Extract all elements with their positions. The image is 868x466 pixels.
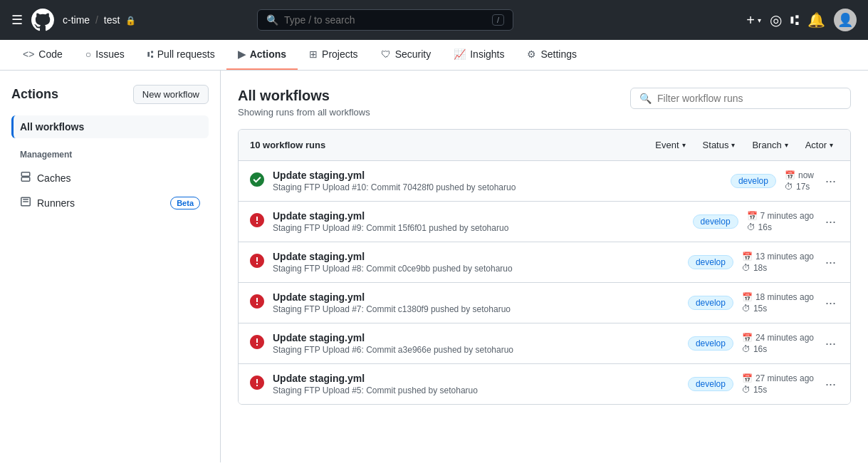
search-icon: 🔍 (266, 14, 278, 26)
clock-icon: ⏱ (747, 222, 755, 232)
new-workflow-button[interactable]: New workflow (133, 85, 209, 104)
run-menu-button[interactable]: ··· (822, 252, 839, 273)
run-info: Update staging.yml Staging FTP Upload #6… (273, 332, 679, 355)
nav-item-settings[interactable]: ⚙ Settings (516, 40, 588, 70)
search-shortcut-badge: / (492, 14, 504, 26)
table-row[interactable]: Update staging.yml Staging FTP Upload #1… (239, 161, 850, 202)
projects-icon: ⊞ (309, 48, 318, 60)
actor-filter-button[interactable]: Actor ▾ (800, 137, 839, 153)
table-row[interactable]: Update staging.yml Staging FTP Upload #5… (239, 364, 850, 404)
nav-item-issues[interactable]: ○ Issues (74, 40, 136, 70)
run-time: 📅 24 minutes ago ⏱ 16s (742, 333, 814, 354)
run-menu-button[interactable]: ··· (822, 374, 839, 395)
pr-icon: ⑆ (147, 48, 153, 60)
nav-label-projects: Projects (322, 48, 358, 60)
nav-item-actions[interactable]: ▶ Actions (226, 40, 298, 70)
filter-search-icon: 🔍 (639, 93, 652, 104)
run-duration-text: 17s (796, 182, 810, 192)
run-branch-badge[interactable]: develop (693, 214, 738, 229)
run-branch-badge[interactable]: develop (688, 336, 733, 351)
calendar-icon: 📅 (742, 373, 753, 383)
run-info: Update staging.yml Staging FTP Upload #1… (273, 170, 722, 192)
run-menu-button[interactable]: ··· (822, 293, 839, 314)
run-title-link[interactable]: Update staging.yml (273, 251, 365, 262)
table-row[interactable]: Update staging.yml Staging FTP Upload #6… (239, 323, 850, 364)
nav-item-code[interactable]: <> Code (11, 40, 74, 70)
table-row[interactable]: Update staging.yml Staging FTP Upload #7… (239, 283, 850, 323)
status-filter-button[interactable]: Status ▾ (697, 137, 741, 153)
run-menu-button[interactable]: ··· (822, 212, 839, 232)
run-title-link[interactable]: Update staging.yml (273, 373, 365, 384)
nav-label-code: Code (38, 48, 62, 60)
issues-icon: ○ (85, 48, 91, 60)
chevron-down-icon: ▾ (731, 141, 735, 149)
filter-runs-input[interactable] (657, 93, 842, 104)
run-branch-badge[interactable]: develop (688, 296, 733, 310)
sidebar: Actions New workflow All workflows Manag… (0, 71, 221, 462)
run-title-link[interactable]: Update staging.yml (273, 170, 365, 181)
run-title-link[interactable]: Update staging.yml (273, 291, 365, 303)
avatar[interactable]: 👤 (834, 9, 857, 31)
table-row[interactable]: Update staging.yml Staging FTP Upload #8… (239, 242, 850, 283)
run-time-date: 📅 18 minutes ago (742, 292, 814, 302)
copilot-icon: ◎ (770, 11, 782, 29)
run-time-duration: ⏱ 16s (747, 222, 814, 232)
sidebar-item-caches[interactable]: Caches (11, 165, 209, 190)
notifications-button[interactable]: 🔔 (807, 11, 825, 29)
security-icon: 🛡 (381, 48, 391, 60)
run-title-link[interactable]: Update staging.yml (273, 210, 365, 222)
event-filter-button[interactable]: Event ▾ (649, 137, 691, 153)
run-info: Update staging.yml Staging FTP Upload #9… (273, 210, 684, 233)
page-title: All workflows (238, 88, 370, 104)
top-navigation: ☰ c-time / test 🔒 🔍 / + ▾ ◎ ⑆ 🔔 👤 (0, 0, 868, 40)
content-title-block: All workflows Showing runs from all work… (238, 88, 370, 118)
run-menu-button[interactable]: ··· (822, 171, 839, 192)
nav-label-insights: Insights (470, 48, 504, 60)
search-bar[interactable]: 🔍 / (257, 9, 513, 31)
nav-item-projects[interactable]: ⊞ Projects (298, 40, 370, 70)
run-subtitle: Staging FTP Upload #5: Commit pushed by … (273, 385, 679, 395)
run-duration-text: 16s (753, 344, 767, 354)
add-button[interactable]: + ▾ (746, 12, 761, 29)
sidebar-title: Actions (11, 87, 58, 102)
run-duration-text: 18s (753, 263, 767, 273)
copilot-button[interactable]: ◎ (770, 11, 782, 29)
sidebar-item-runners[interactable]: Runners Beta (11, 190, 209, 215)
table-row[interactable]: Update staging.yml Staging FTP Upload #9… (239, 202, 850, 242)
fork-button[interactable]: ⑆ (790, 12, 799, 29)
run-date-text: 13 minutes ago (755, 252, 814, 262)
run-time: 📅 18 minutes ago ⏱ 15s (742, 292, 814, 314)
nav-item-insights[interactable]: 📈 Insights (442, 40, 516, 70)
content-header: All workflows Showing runs from all work… (238, 88, 851, 118)
run-menu-button[interactable]: ··· (822, 333, 839, 354)
chevron-down-icon: ▾ (785, 141, 788, 149)
hamburger-menu[interactable]: ☰ (11, 12, 23, 28)
status-filter-label: Status (703, 140, 729, 150)
nav-label-settings: Settings (540, 48, 577, 60)
run-branch-badge[interactable]: develop (688, 377, 733, 391)
run-title-link[interactable]: Update staging.yml (273, 332, 365, 343)
actor-filter-label: Actor (805, 140, 827, 150)
status-icon (250, 254, 264, 271)
run-time-date: 📅 13 minutes ago (742, 252, 814, 262)
filter-input-wrap[interactable]: 🔍 (630, 88, 851, 109)
search-input[interactable] (284, 14, 486, 26)
sidebar-management-label: Management (11, 138, 209, 165)
run-duration-text: 16s (758, 222, 772, 232)
branch-filter-button[interactable]: Branch ▾ (746, 137, 793, 153)
branch-filter-label: Branch (752, 140, 781, 150)
run-time-duration: ⏱ 17s (785, 182, 814, 192)
nav-item-security[interactable]: 🛡 Security (370, 40, 443, 70)
run-subtitle: Staging FTP Upload #8: Commit c0ce9bb pu… (273, 264, 679, 274)
nav-item-pull-requests[interactable]: ⑆ Pull requests (136, 40, 226, 70)
run-time-duration: ⏱ 15s (742, 304, 814, 314)
run-info: Update staging.yml Staging FTP Upload #5… (273, 373, 679, 395)
sidebar-item-all-workflows[interactable]: All workflows (11, 115, 209, 138)
runs-table: 10 workflow runs Event ▾ Status ▾ Branch… (238, 129, 851, 405)
run-branch-badge[interactable]: develop (688, 255, 733, 269)
calendar-icon: 📅 (785, 170, 795, 180)
repo-name-link[interactable]: test (104, 14, 120, 26)
repo-owner-link[interactable]: c-time (63, 14, 90, 26)
run-branch-badge[interactable]: develop (731, 174, 776, 188)
calendar-icon: 📅 (742, 292, 753, 302)
